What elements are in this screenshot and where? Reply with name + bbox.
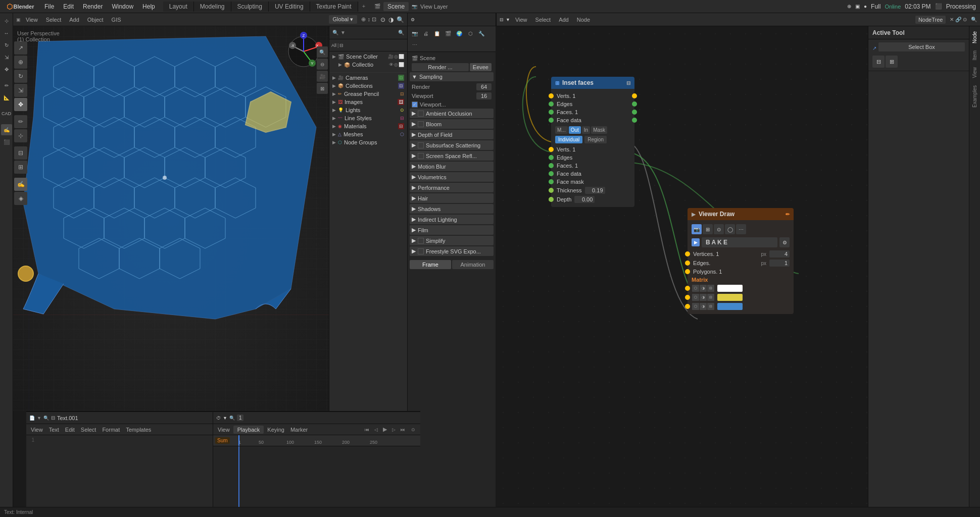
scale-tool-btn[interactable]: ⇲ (14, 84, 27, 97)
search-btn[interactable]: 🔍 (397, 16, 404, 23)
zoom-out-btn[interactable]: ⊖ (317, 59, 328, 70)
frame-tab[interactable]: Frame (410, 260, 451, 269)
nvt-item[interactable]: Item (970, 47, 979, 63)
outliner-icons-btn[interactable]: ⊟ (339, 43, 344, 48)
vol-header[interactable]: ▶ Volumetrics (410, 172, 494, 182)
vis-render[interactable]: ◎ (394, 54, 398, 59)
mode-m-btn[interactable]: M... (555, 126, 568, 134)
select-box-btn[interactable]: Select Box (878, 42, 965, 51)
ne-view-menu[interactable]: View (512, 16, 530, 24)
ssr-checkbox[interactable] (418, 153, 424, 159)
bloom-checkbox[interactable] (418, 121, 424, 127)
zoom-in-btn[interactable]: 🔍 (317, 46, 328, 58)
bake-settings-btn[interactable]: ⚙ (779, 237, 790, 247)
te-text-menu[interactable]: Text (46, 426, 62, 433)
materials-item[interactable]: ▶ ◉ Materials ⊟ (330, 122, 406, 130)
sidebar-annotate[interactable]: ✏ (1, 80, 12, 91)
add-menu[interactable]: Add (66, 16, 82, 24)
mmi-2c[interactable]: ⊟ (707, 294, 714, 301)
bake-button[interactable]: B A K E (702, 237, 777, 247)
timeline-content[interactable] (213, 446, 420, 517)
render-value[interactable]: 64 (476, 83, 492, 90)
node-canvas[interactable]: ⊞ Inset faces ⊟ Verts. 1 Edge (496, 26, 868, 517)
sidebar-rotate[interactable]: ↻ (1, 39, 12, 50)
text-input-area[interactable] (36, 437, 211, 505)
prop-render-icon[interactable]: 📷 (410, 28, 420, 38)
mmi-2b[interactable]: ◑ (700, 294, 707, 301)
ssr-header[interactable]: ▶ Screen Space Refl... (410, 151, 494, 161)
inset-grid-icon[interactable]: ⊟ (626, 80, 630, 86)
dof-header[interactable]: ▶ Depth of Field (410, 130, 494, 139)
prop-modifier-icon[interactable]: 🔧 (476, 28, 486, 38)
te-edit-menu[interactable]: Edit (63, 426, 77, 433)
menu-edit[interactable]: Edit (59, 2, 78, 11)
sidebar-measure[interactable]: 📐 (1, 92, 12, 103)
tl-play-start[interactable]: ⏮ (363, 427, 371, 433)
mode-out-btn[interactable]: Out (569, 126, 581, 134)
vis-select[interactable]: ⬜ (399, 54, 404, 59)
cameras-item[interactable]: ▶ 🎥 Cameras ⊟ (330, 74, 406, 82)
thickness-input[interactable]: 0.19 (585, 187, 605, 194)
tool-icon-2[interactable]: ⊞ (886, 56, 898, 68)
col-vis[interactable]: 👁 (389, 62, 394, 67)
workspace-layout[interactable]: Layout (163, 2, 194, 12)
verts-value-input[interactable]: 4 (769, 250, 790, 257)
vi-grid-btn[interactable]: ⊞ (703, 224, 713, 234)
text-content[interactable]: 1 (26, 435, 213, 507)
draw-btn[interactable]: ✍ (14, 178, 27, 191)
region-btn[interactable]: Region (584, 136, 607, 143)
animation-tab[interactable]: Animation (452, 260, 494, 269)
tool-icon-1[interactable]: ⊟ (872, 56, 885, 68)
tl-next-frame[interactable]: ▷ (390, 427, 398, 433)
bloom-header[interactable]: ▶ Bloom (410, 119, 494, 129)
perf-header[interactable]: ▶ Processing Performance (410, 183, 494, 192)
col-render[interactable]: ◎ (394, 62, 398, 67)
workspace-modeling[interactable]: Modeling (194, 2, 231, 12)
freestyle-header[interactable]: ▶ Freestyle SVG Expo... (410, 246, 494, 256)
edges-value-input[interactable]: 1 (769, 260, 790, 267)
rotate-tool-btn[interactable]: ↻ (14, 70, 27, 83)
shadows-header[interactable]: ▶ Shadows (410, 204, 494, 214)
outliner-scene-item[interactable]: ▶ 🎬 Scene Coller 🎥 ◎ ⬜ (330, 53, 406, 61)
hair-header[interactable]: ▶ Hair (410, 193, 494, 203)
inset-faces-node[interactable]: ⊞ Inset faces ⊟ Verts. 1 Edge (551, 77, 634, 207)
nvt-node[interactable]: Node (970, 28, 979, 46)
loop-cut-btn[interactable]: ⊞ (14, 161, 27, 174)
transform-tool-btn[interactable]: ✥ (14, 98, 27, 111)
prop-output-icon[interactable]: 🖨 (421, 28, 431, 38)
sidebar-eraser[interactable]: ⬛ (1, 136, 12, 147)
sidebar-move[interactable]: ↔ (1, 27, 12, 38)
color-swatch-white[interactable] (717, 285, 743, 292)
ne-search[interactable]: 🔍 (971, 17, 977, 22)
mmi-2a[interactable]: ⬡ (692, 294, 699, 301)
sidebar-scale[interactable]: ⇲ (1, 51, 12, 63)
select-tool-btn[interactable]: ↗ (14, 41, 27, 55)
outliner-all-btn[interactable]: All (331, 43, 336, 48)
tl-play-end[interactable]: ⏭ (399, 427, 407, 433)
viewport-value[interactable]: 16 (476, 92, 492, 99)
te-select-menu[interactable]: Select (78, 426, 99, 433)
sss-header[interactable]: ▶ Subsurface Scattering (410, 140, 494, 150)
inset-faces-header[interactable]: ⊞ Inset faces ⊟ (551, 77, 634, 89)
menu-help[interactable]: Help (138, 2, 159, 11)
prop-object-icon[interactable]: ⬡ (465, 28, 475, 38)
lights-item[interactable]: ▶ 💡 Lights ⊙ (330, 106, 406, 114)
3d-viewport[interactable]: User Perspective (1) Collection X (13, 26, 329, 411)
individual-btn[interactable]: Individual (555, 136, 582, 143)
vi-ring-btn[interactable]: ◯ (725, 224, 735, 234)
meshes-item[interactable]: ▶ △ Meshes ⬡ (330, 130, 406, 138)
viewer-collapse-icon[interactable]: ▶ (692, 212, 696, 217)
workspace-sculpting[interactable]: Sculpting (231, 2, 269, 12)
prop-scene-icon[interactable]: 🎬 (443, 28, 453, 38)
gpencil-btn[interactable]: ◈ (14, 192, 27, 205)
nvt-view[interactable]: View (970, 64, 979, 81)
engine-dropdown[interactable]: Eevee (470, 63, 492, 71)
mb-header[interactable]: ▶ Motion Blur (410, 162, 494, 171)
viewport-denoise-checkbox[interactable]: ✓ (412, 101, 418, 108)
prop-view-layer-icon[interactable]: 📋 (432, 28, 442, 38)
mode-mask-btn[interactable]: Mask (591, 126, 607, 134)
vi-camera-btn[interactable]: 📷 (692, 224, 702, 234)
frame-input[interactable]: 1 (237, 415, 244, 421)
tl-prev-frame[interactable]: ◁ (372, 427, 380, 433)
node-groups-item[interactable]: ▶ ⬡ Node Groups (330, 138, 406, 146)
